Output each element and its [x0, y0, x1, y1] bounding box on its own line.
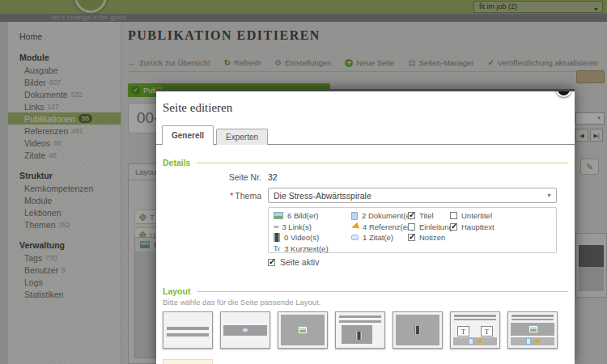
- text-block: T: [457, 326, 469, 336]
- layout-option-text-rows[interactable]: [163, 311, 213, 349]
- quote-bubble-icon: [351, 235, 359, 240]
- document-icon: [469, 338, 473, 345]
- image-icon: [529, 326, 537, 332]
- layout-option-two-text-columns[interactable]: T T: [450, 311, 500, 349]
- haupttext-checkbox[interactable]: [450, 223, 457, 231]
- app-window: fit im job (2) ▼ let's change » for good…: [0, 0, 607, 364]
- film-icon: [356, 332, 362, 340]
- text-icon: Tr: [274, 244, 280, 252]
- modal-title: Seite editieren: [163, 101, 232, 115]
- image-icon: [299, 327, 307, 333]
- untertitel-checkbox[interactable]: [450, 212, 457, 219]
- megaphone-icon: [350, 222, 359, 231]
- layout-option-image-full[interactable]: [278, 311, 328, 349]
- flag-untertitel: Untertitel: [450, 211, 495, 220]
- layout-option-video-boxed[interactable]: [335, 311, 385, 349]
- section-rule: [197, 291, 568, 292]
- film-icon: [415, 326, 421, 334]
- selected-layout-highlight: [163, 359, 213, 364]
- layout-options: T T: [163, 311, 558, 349]
- seite-aktiv-row: Seite aktiv: [268, 257, 319, 267]
- layout-section-header: Layout: [163, 286, 568, 296]
- einleitung-checkbox[interactable]: [408, 223, 415, 231]
- link-icon: ∞: [274, 222, 278, 231]
- close-icon[interactable]: ✕: [556, 89, 571, 97]
- count-videos: 0 Video(s): [274, 233, 329, 242]
- edit-page-modal: ✕ Seite editieren Generell Experten Deta…: [156, 89, 575, 364]
- thema-select-value: Die Stress-Abwärtsspirale: [274, 191, 371, 201]
- count-links: ∞ 3 Link(s): [274, 222, 329, 231]
- layout-option-quote[interactable]: [220, 311, 270, 349]
- notizen-checkbox[interactable]: [408, 234, 415, 241]
- count-zitate: 1 Zitat(e): [351, 233, 414, 242]
- count-bilder: 6 Bild(er): [274, 211, 329, 220]
- page-no-value: 32: [268, 172, 278, 182]
- count-referenzen: 4 Referenz(en): [351, 222, 414, 231]
- thema-label: *Thema: [163, 191, 261, 201]
- details-section-header: Details: [163, 158, 568, 167]
- page-contents-summary: 6 Bild(er) ∞ 3 Link(s) 0 Video(s) Tr 3 K…: [268, 207, 557, 253]
- seite-aktiv-checkbox[interactable]: [268, 259, 275, 266]
- layout-option-image-with-assets[interactable]: [507, 311, 558, 349]
- modal-tabs: Generell Experten: [162, 125, 268, 145]
- page-no-label: Seite Nr.: [163, 172, 261, 182]
- document-icon: [351, 212, 358, 220]
- chevron-down-icon: ▼: [546, 193, 552, 198]
- flag-notizen: Notizen: [408, 233, 453, 242]
- layout-option-video-full[interactable]: [393, 311, 443, 349]
- layout-hint: Bitte wähle das für die Seite passende L…: [163, 298, 320, 307]
- count-dokumente: 2 Dokument(e): [351, 211, 414, 220]
- text-block: T: [481, 326, 493, 336]
- flag-titel: Titel: [408, 211, 453, 220]
- tab-experten[interactable]: Experten: [216, 129, 268, 145]
- quote-bubble-icon: [243, 328, 248, 332]
- megaphone-icon: [533, 338, 539, 345]
- document-icon: [526, 338, 531, 345]
- count-kurztexte: Tr 3 Kurztext(e): [274, 244, 329, 253]
- megaphone-icon: [475, 338, 482, 345]
- tab-generell[interactable]: Generell: [162, 125, 214, 145]
- section-rule: [197, 163, 568, 163]
- titel-checkbox[interactable]: [408, 212, 415, 219]
- flag-einleitung: Einleitung: [408, 222, 453, 231]
- film-icon: [274, 233, 280, 242]
- image-icon: [274, 212, 283, 219]
- thema-select[interactable]: Die Stress-Abwärtsspirale ▼: [268, 188, 557, 203]
- required-mark: *: [230, 191, 233, 201]
- flag-haupttext: Haupttext: [450, 222, 495, 231]
